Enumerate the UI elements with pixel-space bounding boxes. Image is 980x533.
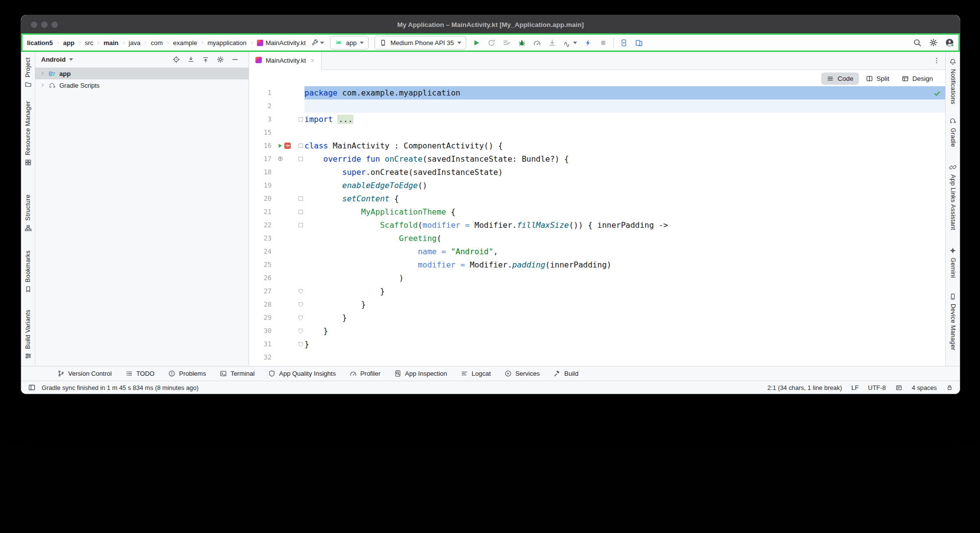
minimize-button[interactable] bbox=[41, 22, 48, 28]
code-line[interactable]: 25 modifier = Modifier.padding(innerPadd… bbox=[249, 258, 945, 271]
breadcrumb-item-app[interactable]: app bbox=[63, 39, 75, 47]
build-tool-dropdown[interactable] bbox=[311, 39, 324, 47]
profile-low-overhead-button[interactable] bbox=[584, 39, 592, 47]
tool-button-app-links-assistant[interactable]: App Links Assistant bbox=[949, 164, 956, 230]
breadcrumb-item-myapplication[interactable]: myapplication bbox=[207, 39, 247, 47]
close-button[interactable] bbox=[31, 22, 37, 28]
fold-marker[interactable] bbox=[297, 152, 304, 166]
attach-debugger-button[interactable] bbox=[548, 39, 556, 47]
view-mode-split[interactable]: Split bbox=[860, 73, 895, 85]
code-line[interactable]: 30 } bbox=[249, 324, 945, 338]
apply-code-changes-button[interactable] bbox=[503, 39, 511, 47]
tool-button-logcat[interactable]: Logcat bbox=[461, 370, 491, 377]
stop-button[interactable] bbox=[599, 39, 607, 47]
editor-widget-icon[interactable] bbox=[895, 384, 903, 391]
view-mode-design[interactable]: Design bbox=[896, 73, 938, 85]
fold-marker[interactable] bbox=[297, 192, 304, 205]
hide-panel-button[interactable] bbox=[231, 56, 239, 63]
tool-button-version-control[interactable]: Version Control bbox=[57, 370, 112, 377]
encoding-widget[interactable]: UTF-8 bbox=[868, 384, 886, 391]
tool-button-todo[interactable]: TODO bbox=[126, 370, 154, 377]
project-view-selector[interactable]: Android bbox=[41, 56, 66, 63]
tool-button-profiler[interactable]: Profiler bbox=[350, 370, 380, 377]
fold-marker[interactable] bbox=[297, 324, 304, 338]
device-select[interactable]: Medium Phone API 35 bbox=[375, 36, 466, 49]
chevron-right-icon[interactable] bbox=[40, 83, 45, 88]
fold-marker[interactable] bbox=[297, 139, 304, 152]
tool-button-device-manager[interactable]: Device Manager bbox=[949, 293, 956, 350]
code-line[interactable]: 19 enableEdgeToEdge() bbox=[249, 179, 945, 192]
tool-button-problems[interactable]: Problems bbox=[168, 370, 206, 377]
fold-marker[interactable] bbox=[297, 298, 304, 311]
code-line[interactable]: 31} bbox=[249, 338, 945, 351]
override-marker-icon[interactable] bbox=[277, 152, 283, 166]
code-line[interactable]: 29 } bbox=[249, 311, 945, 324]
tool-button-structure[interactable]: Structure bbox=[25, 194, 32, 231]
breadcrumb-item-src[interactable]: src bbox=[85, 39, 93, 47]
code-line[interactable]: 1package com.example.myapplication bbox=[249, 86, 945, 99]
code-line[interactable]: 24 name = "Android", bbox=[249, 245, 945, 258]
code-line[interactable]: 18 super.onCreate(savedInstanceState) bbox=[249, 166, 945, 179]
code-line[interactable]: 2 bbox=[249, 99, 945, 113]
code-line[interactable]: 27 } bbox=[249, 285, 945, 298]
zoom-button[interactable] bbox=[51, 22, 58, 28]
collapse-all-button[interactable] bbox=[187, 56, 195, 63]
code-line[interactable]: 17 override fun onCreate(savedInstanceSt… bbox=[249, 152, 945, 166]
code-line[interactable]: 26 ) bbox=[249, 271, 945, 285]
expand-all-button[interactable] bbox=[202, 56, 209, 63]
tool-button-gemini[interactable]: Gemini bbox=[949, 247, 956, 278]
tool-button-terminal[interactable]: Terminal bbox=[220, 370, 254, 377]
tool-button-services[interactable]: Services bbox=[504, 370, 540, 377]
search-everywhere-button[interactable] bbox=[913, 38, 922, 47]
tool-button-resource-manager[interactable]: Resource Manager bbox=[25, 101, 32, 166]
code-line[interactable]: 3import ... bbox=[249, 113, 945, 126]
run-button[interactable] bbox=[472, 39, 480, 47]
panel-settings-button[interactable] bbox=[217, 56, 224, 63]
breadcrumb-item-mainactivity-kt[interactable]: MainActivity.kt bbox=[257, 39, 306, 47]
code-line[interactable]: 23 Greeting( bbox=[249, 232, 945, 245]
profiler-tasks-button[interactable] bbox=[563, 39, 577, 47]
running-devices-button[interactable] bbox=[620, 39, 628, 47]
settings-button[interactable] bbox=[929, 38, 938, 47]
tree-item-app[interactable]: app bbox=[35, 68, 249, 79]
profile-avatar-button[interactable] bbox=[945, 38, 954, 47]
fold-marker[interactable] bbox=[297, 311, 304, 324]
code-line[interactable]: 15 bbox=[249, 126, 945, 139]
code-area[interactable]: 1package com.example.myapplication23impo… bbox=[249, 70, 945, 366]
debug-button[interactable] bbox=[518, 39, 526, 47]
inspection-status-icon[interactable] bbox=[933, 90, 941, 99]
breadcrumb-item-com[interactable]: com bbox=[151, 39, 163, 47]
line-separator-widget[interactable]: LF bbox=[852, 384, 859, 391]
profile-button[interactable] bbox=[533, 39, 541, 47]
tool-button-project[interactable]: Project bbox=[25, 57, 32, 88]
tool-button-app-inspection[interactable]: App Inspection bbox=[394, 370, 447, 377]
locate-file-button[interactable] bbox=[173, 56, 180, 63]
view-mode-code[interactable]: Code bbox=[821, 73, 858, 85]
breadcrumb-item-lication5[interactable]: lication5 bbox=[27, 39, 53, 47]
lock-icon[interactable] bbox=[946, 384, 953, 391]
mirror-device-button[interactable] bbox=[635, 39, 643, 47]
tool-button-notifications[interactable]: Notifications bbox=[949, 58, 956, 104]
breadcrumb-item-example[interactable]: example bbox=[173, 39, 197, 47]
tab-mainactivity[interactable]: MainActivity.kt bbox=[249, 51, 322, 70]
tool-button-gradle[interactable]: Gradle bbox=[949, 117, 956, 147]
indent-widget[interactable]: 4 spaces bbox=[912, 384, 937, 391]
code-line[interactable]: 22 Scaffold(modifier = Modifier.fillMaxS… bbox=[249, 218, 945, 232]
breadcrumb-item-java[interactable]: java bbox=[129, 39, 141, 47]
tool-button-build-variants[interactable]: Build Variants bbox=[25, 310, 32, 360]
fold-marker[interactable] bbox=[297, 285, 304, 298]
fold-marker[interactable] bbox=[297, 113, 304, 126]
apply-changes-button[interactable] bbox=[487, 39, 496, 47]
fold-marker[interactable] bbox=[297, 218, 304, 232]
chevron-right-icon[interactable] bbox=[40, 71, 45, 76]
tab-close-icon[interactable] bbox=[310, 58, 315, 63]
run-configuration-select[interactable]: app bbox=[330, 36, 369, 49]
fold-marker[interactable] bbox=[297, 205, 304, 218]
code-line[interactable]: 21 MyApplicationTheme { bbox=[249, 205, 945, 218]
code-line[interactable]: 16<>class MainActivity : ComponentActivi… bbox=[249, 139, 945, 152]
tool-button-build[interactable]: Build bbox=[553, 370, 578, 377]
tool-button-app-quality-insights[interactable]: App Quality Insights bbox=[268, 370, 336, 377]
code-line[interactable]: 20 setContent { bbox=[249, 192, 945, 205]
caret-position-widget[interactable]: 2:1 (34 chars, 1 line break) bbox=[767, 384, 842, 391]
tool-windows-icon[interactable] bbox=[28, 384, 36, 391]
